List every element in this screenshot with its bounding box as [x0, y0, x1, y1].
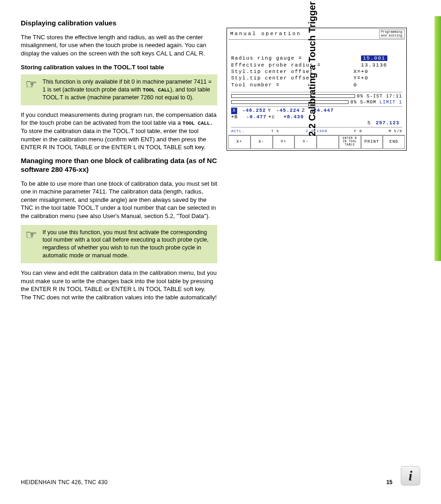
heading-storing: Storing calibration values in the TOOL.T…	[21, 64, 217, 71]
screen-title: Manual operation	[228, 30, 303, 38]
softkey-row: X+ X- Y+ Y- ENTER R IN TOOL TABLE PRINT …	[228, 135, 405, 148]
page-footer: HEIDENHAIN TNC 426, TNC 430 15 i	[21, 466, 420, 486]
para-display: The TNC stores the effective length and …	[21, 33, 217, 58]
screen-mode-box: Programming and editing	[379, 30, 405, 38]
side-tab-accent	[435, 16, 441, 261]
main-text-column: Displaying calibration values The TNC st…	[21, 18, 217, 306]
softkey-empty[interactable]	[317, 135, 339, 148]
softkey-y-minus[interactable]: Y-	[294, 135, 317, 148]
softkey-end[interactable]: END	[383, 135, 405, 148]
section-side-tab: 2.2 Calibrating a Touch Trigger Probe	[423, 16, 441, 261]
page-number: 15	[386, 479, 392, 486]
softkey-print[interactable]: PRINT	[361, 135, 383, 148]
para-conduct: If you conduct measurements during progr…	[21, 111, 217, 152]
para-managing: To be able to use more than one block of…	[21, 180, 217, 220]
softkey-enter-r[interactable]: ENTER R IN TOOL TABLE	[339, 135, 361, 148]
note1-text: This function is only available if bit 0…	[43, 78, 213, 102]
heading-managing: Managing more than one block of calibrat…	[21, 156, 217, 174]
info-icon: i	[401, 466, 420, 486]
note2-text: If you use this function, you must first…	[43, 229, 213, 260]
side-tab-title: 2.2 Calibrating a Touch Trigger Probe	[307, 0, 318, 136]
pointing-hand-icon: ☞	[25, 78, 37, 102]
softkey-y-plus[interactable]: Y+	[273, 135, 295, 148]
note-box-1: ☞ This function is only available if bit…	[21, 74, 217, 105]
para-view: You can view and edit the calibration da…	[21, 269, 217, 301]
footer-product: HEIDENHAIN TNC 426, TNC 430	[21, 479, 108, 486]
softkey-x-plus[interactable]: X+	[228, 135, 251, 148]
note-box-2: ☞ If you use this function, you must fir…	[21, 225, 217, 264]
screen-mode-line2: and editing	[381, 34, 403, 38]
heading-displaying: Displaying calibration values	[21, 18, 217, 28]
softkey-x-minus[interactable]: X-	[251, 135, 273, 148]
pointing-hand-icon: ☞	[25, 229, 37, 260]
